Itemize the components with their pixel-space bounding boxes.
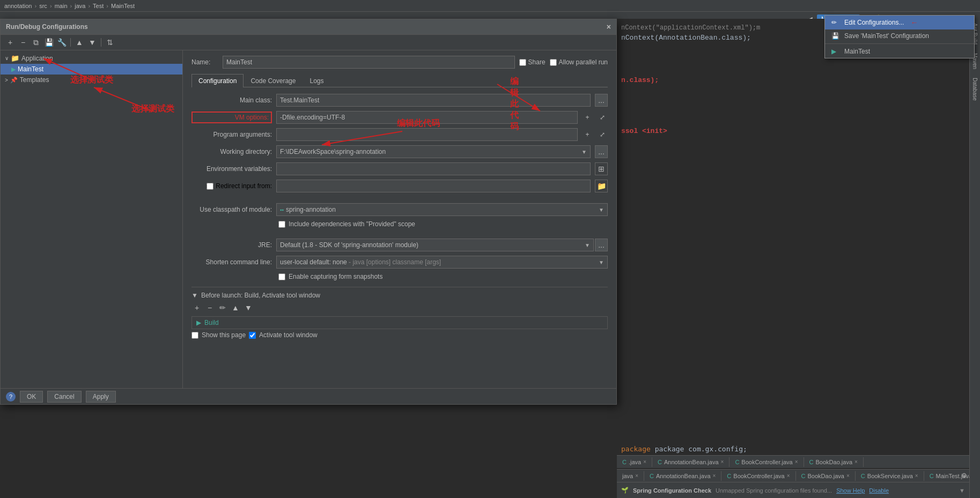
shorten-cmd-dropdown[interactable]: user-local default: none - java [options… bbox=[276, 256, 608, 269]
settings-gear-button[interactable]: ⚙ bbox=[959, 470, 969, 481]
file-tab-annotation-bean[interactable]: C AnnotationBean.java × bbox=[652, 457, 730, 467]
database-panel[interactable]: Database bbox=[972, 78, 978, 101]
before-launch-label: Before launch: Build, Activate tool wind… bbox=[201, 292, 320, 299]
before-launch-edit-button[interactable]: ✏ bbox=[217, 302, 228, 313]
bottom-tab-dao-close[interactable]: × bbox=[846, 473, 850, 479]
cancel-button[interactable]: Cancel bbox=[47, 391, 81, 403]
save-config-item[interactable]: 💾 Save 'MainTest' Configuration bbox=[825, 29, 974, 42]
save-config-button[interactable]: 💾 bbox=[43, 37, 54, 48]
name-label: Name: bbox=[191, 58, 218, 66]
working-dir-row: Working directory: F:\IDEAworkSpace\spri… bbox=[191, 145, 608, 158]
enable-snapshots-checkbox[interactable] bbox=[278, 273, 285, 280]
before-launch-remove-button[interactable]: − bbox=[204, 302, 215, 313]
bottom-tab-java-close[interactable]: × bbox=[635, 473, 638, 479]
help-button[interactable]: ? bbox=[6, 392, 16, 402]
edit-configurations-item[interactable]: ✏ Edit Configurations... ← bbox=[825, 16, 974, 29]
tree-templates-item[interactable]: > 📌 Templates bbox=[1, 75, 182, 85]
code-package-line: package package com.gx.config; bbox=[617, 443, 969, 455]
program-args-input[interactable] bbox=[276, 128, 578, 141]
env-vars-input[interactable] bbox=[276, 162, 591, 175]
classpath-dropdown[interactable]: ▪▪ spring-annotation ▼ bbox=[276, 203, 608, 216]
file-tab-java[interactable]: C .java × bbox=[617, 457, 652, 467]
disable-link[interactable]: Disable bbox=[869, 487, 889, 494]
before-launch-add-button[interactable]: + bbox=[191, 302, 202, 313]
file-tab-book-controller[interactable]: C BookController.java × bbox=[730, 457, 804, 467]
tree-application-item[interactable]: ∨ 📁 Application bbox=[1, 53, 182, 64]
activate-tool-checkbox[interactable] bbox=[249, 332, 256, 339]
tab-logs[interactable]: Logs bbox=[303, 74, 330, 87]
vm-options-input[interactable] bbox=[276, 111, 578, 124]
wrench-button[interactable]: 🔧 bbox=[56, 37, 67, 48]
show-help-link[interactable]: Show Help bbox=[836, 487, 865, 494]
enable-snapshots-row: Enable capturing form snapshots bbox=[191, 273, 608, 280]
share-checkbox[interactable] bbox=[519, 59, 526, 66]
redirect-label: Redirect input from: bbox=[216, 182, 272, 190]
before-launch-down-button[interactable]: ▼ bbox=[243, 302, 254, 313]
name-input[interactable] bbox=[223, 56, 515, 69]
parallel-checkbox-group: Allow parallel run bbox=[550, 58, 608, 66]
main-class-browse-button[interactable]: ... bbox=[595, 94, 608, 107]
working-dir-browse-button[interactable]: ... bbox=[595, 145, 608, 158]
file-tab-annotation-bean-close[interactable]: × bbox=[721, 459, 724, 465]
dialog-close-button[interactable]: × bbox=[607, 23, 611, 31]
bottom-tab-annotation[interactable]: C AnnotationBean.java × bbox=[644, 471, 721, 481]
bottom-tab-dao[interactable]: C BookDao.java × bbox=[796, 471, 856, 481]
classpath-value-group: ▪▪ spring-annotation bbox=[280, 206, 336, 213]
main-class-input[interactable] bbox=[276, 94, 591, 107]
file-tab-book-dao-close[interactable]: × bbox=[854, 459, 858, 465]
move-down-button[interactable]: ▼ bbox=[87, 37, 98, 48]
add-config-button[interactable]: + bbox=[5, 37, 16, 48]
bottom-tab-service-close[interactable]: × bbox=[915, 473, 918, 479]
move-up-button[interactable]: ▲ bbox=[74, 37, 85, 48]
show-page-label: Show this page bbox=[202, 331, 246, 339]
classpath-row: Use classpath of module: ▪▪ spring-annot… bbox=[191, 203, 608, 216]
vm-expand-button[interactable]: + bbox=[582, 112, 593, 123]
edit-icon: ✏ bbox=[831, 19, 840, 26]
file-tab-java-close[interactable]: × bbox=[643, 459, 646, 465]
bottom-tab-controller[interactable]: C BookController.java × bbox=[721, 471, 795, 481]
maintest-icon: ▶ bbox=[11, 66, 16, 73]
jre-browse-button[interactable]: ... bbox=[595, 239, 608, 251]
templates-icon: 📌 bbox=[10, 77, 18, 84]
run-debug-dialog: Run/Debug Configurations × + − ⧉ 💾 🔧 ▲ ▼… bbox=[0, 19, 617, 405]
include-deps-checkbox[interactable] bbox=[278, 221, 285, 228]
bottom-tab-java[interactable]: java × bbox=[617, 471, 644, 481]
copy-config-button[interactable]: ⧉ bbox=[31, 37, 41, 48]
tab-code-coverage[interactable]: Code Coverage bbox=[244, 74, 303, 87]
tree-maintest-item[interactable]: ▶ MainTest bbox=[1, 64, 182, 75]
vm-fullscreen-button[interactable]: ⤢ bbox=[597, 112, 608, 123]
parallel-checkbox[interactable] bbox=[550, 59, 557, 66]
before-launch-up-button[interactable]: ▲ bbox=[230, 302, 241, 313]
file-tab-book-dao[interactable]: C BookDao.java × bbox=[804, 457, 864, 467]
env-vars-browse-button[interactable]: ⊞ bbox=[595, 162, 608, 175]
tab-configuration[interactable]: Configuration bbox=[191, 74, 244, 87]
bottom-tab-java-name: java bbox=[622, 473, 633, 479]
sort-button[interactable]: ⇅ bbox=[105, 37, 115, 48]
redirect-checkbox[interactable] bbox=[207, 183, 213, 190]
remove-config-button[interactable]: − bbox=[18, 37, 28, 48]
program-args-row: Program arguments: + ⤢ bbox=[191, 128, 608, 141]
maintest-label: MainTest bbox=[18, 65, 43, 73]
ok-button[interactable]: OK bbox=[20, 391, 43, 403]
name-row: Name: Share Allow parallel run bbox=[191, 56, 608, 69]
apply-button[interactable]: Apply bbox=[86, 391, 116, 403]
bottom-tab-controller-close[interactable]: × bbox=[787, 473, 790, 479]
file-tab-book-controller-close[interactable]: × bbox=[795, 459, 798, 465]
redirect-browse-button[interactable]: 📁 bbox=[595, 180, 608, 192]
redirect-input[interactable] bbox=[276, 180, 591, 192]
maintest-menu-item[interactable]: ▶ MainTest bbox=[825, 45, 974, 58]
dialog-body: ∨ 📁 Application ▶ MainTest > 📌 Templates bbox=[1, 50, 616, 391]
args-fullscreen-button[interactable]: ⤢ bbox=[597, 129, 608, 140]
collapse-button[interactable]: ▼ bbox=[959, 487, 965, 494]
activate-tool-label: Activate tool window bbox=[259, 331, 318, 339]
spring-icon: 🌱 bbox=[621, 487, 629, 494]
show-page-checkbox[interactable] bbox=[191, 332, 198, 339]
jre-dropdown[interactable]: Default (1.8 - SDK of 'spring-annotation… bbox=[276, 239, 594, 251]
args-expand-button[interactable]: + bbox=[582, 129, 593, 140]
code-text-3: n.class); bbox=[621, 76, 659, 84]
bottom-tab-annotation-close[interactable]: × bbox=[713, 473, 716, 479]
jre-arrow: ▼ bbox=[585, 242, 590, 248]
working-dir-dropdown[interactable]: F:\IDEAworkSpace\spring-annotation ▼ bbox=[276, 145, 591, 158]
config-form-panel: Name: Share Allow parallel run Configura… bbox=[183, 50, 616, 391]
bottom-tab-service[interactable]: C BookService.java × bbox=[856, 471, 924, 481]
